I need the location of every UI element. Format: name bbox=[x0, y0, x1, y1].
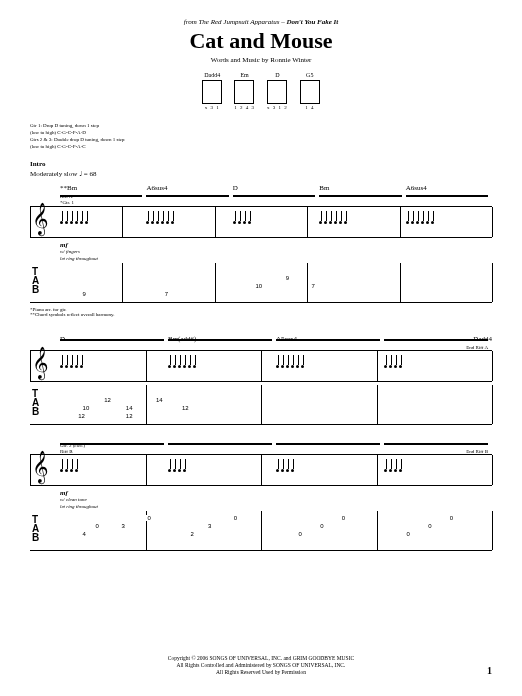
tuning-line: (low to high) C-G-C-F-A-D bbox=[30, 129, 492, 136]
tab-label-icon: TAB bbox=[32, 515, 39, 542]
chord-diagram: Em 1 2 4 3 bbox=[234, 72, 255, 110]
tuning-line: Gtr 1: Drop D tuning, down 1 step bbox=[30, 122, 492, 129]
tab-staff: TAB 10121414121212 bbox=[30, 385, 492, 425]
staff-system-2: D Bm(add6) A5sus4 Dadd4 End Riff A 𝄞 TAB… bbox=[30, 335, 492, 425]
chord-diagram: D x 3 1 2 bbox=[267, 72, 288, 110]
chord-grid bbox=[234, 80, 254, 104]
performance-note: w/ clean tone bbox=[30, 497, 492, 502]
performance-note: let ring throughout bbox=[30, 504, 492, 509]
album-title: Don't You Fake It bbox=[286, 18, 338, 26]
chord-symbol: Bm bbox=[319, 184, 405, 192]
chord-row: **Bm A6sus4 D Bm A6sus4 bbox=[30, 184, 492, 192]
notation-staff: 𝄞 bbox=[30, 454, 492, 486]
chord-symbol: **Bm bbox=[60, 184, 146, 192]
treble-clef-icon: 𝄞 bbox=[32, 349, 49, 377]
song-title: Cat and Mouse bbox=[30, 28, 492, 54]
chord-name: G5 bbox=[300, 72, 320, 78]
chord-symbol: A6sus4 bbox=[406, 184, 492, 192]
staff-system-3: Gtr. 2 (elec.) Riff B End Riff B 𝄞 mf w/… bbox=[30, 443, 492, 551]
tab-label-icon: TAB bbox=[32, 389, 39, 416]
gtr-label: *Gtr. 1 bbox=[30, 200, 492, 205]
tab-staff: TAB 0303042000000 bbox=[30, 511, 492, 551]
chord-name: Dadd4 bbox=[202, 72, 222, 78]
copyright-line: All Rights Controlled and Administered b… bbox=[30, 662, 492, 669]
chord-grid bbox=[267, 80, 287, 104]
chord-symbol: A6sus4 bbox=[146, 184, 232, 192]
sheet-header: from The Red Jumpsuit Apparatus – Don't … bbox=[30, 18, 492, 64]
chord-symbol: D bbox=[233, 184, 319, 192]
chord-grid bbox=[300, 80, 320, 104]
performance-note: w/ fingers bbox=[30, 249, 492, 254]
tuning-line: Gtrs 2 & 3: Double drop D tuning, down 1… bbox=[30, 136, 492, 143]
performance-note: let ring throughout bbox=[30, 256, 492, 261]
dynamic-marking: mf bbox=[30, 489, 492, 497]
chord-name: D bbox=[267, 72, 288, 78]
notation-staff: 𝄞 bbox=[30, 206, 492, 238]
treble-clef-icon: 𝄞 bbox=[32, 453, 49, 481]
chord-grid bbox=[202, 80, 222, 104]
copyright-line: All Rights Reserved Used by Permission bbox=[30, 669, 492, 676]
tab-staff: TAB 109797 bbox=[30, 263, 492, 303]
tab-label-icon: TAB bbox=[32, 267, 39, 294]
chord-fingering: x 3 1 bbox=[202, 105, 222, 110]
tuning-notes: Gtr 1: Drop D tuning, down 1 step (low t… bbox=[30, 122, 492, 150]
section-label: Intro bbox=[30, 160, 492, 168]
page-number: 1 bbox=[487, 665, 492, 676]
tempo-marking: Moderately slow ♩ = 68 bbox=[30, 170, 492, 178]
dynamic-marking: mf bbox=[30, 241, 492, 249]
copyright: Copyright © 2006 SONGS OF UNIVERSAL, INC… bbox=[30, 655, 492, 676]
chord-diagram: Dadd4 x 3 1 bbox=[202, 72, 222, 110]
staff-system-1: **Bm A6sus4 D Bm A6sus4 Riff A *Gtr. 1 𝄞… bbox=[30, 184, 492, 317]
notation-staff: 𝄞 bbox=[30, 350, 492, 382]
from-line: from The Red Jumpsuit Apparatus – Don't … bbox=[30, 18, 492, 26]
treble-clef-icon: 𝄞 bbox=[32, 205, 49, 233]
copyright-line: Copyright © 2006 SONGS OF UNIVERSAL, INC… bbox=[30, 655, 492, 662]
chord-name: Em bbox=[234, 72, 255, 78]
chord-fingering: 1 4 bbox=[300, 105, 320, 110]
chord-fingering: x 3 1 2 bbox=[267, 105, 288, 110]
tuning-line: (low to high) C-G-C-F-A-C bbox=[30, 143, 492, 150]
from-prefix: from The Red Jumpsuit Apparatus – bbox=[184, 18, 285, 26]
footnote: *Piano arr. for gtr. **Chord symbols ref… bbox=[30, 307, 492, 317]
chord-fingering: 1 2 4 3 bbox=[234, 105, 255, 110]
chord-diagram: G5 1 4 bbox=[300, 72, 320, 110]
credits: Words and Music by Ronnie Winter bbox=[30, 56, 492, 64]
chord-diagrams: Dadd4 x 3 1 Em 1 2 4 3 D x 3 1 2 G5 1 4 bbox=[30, 72, 492, 110]
